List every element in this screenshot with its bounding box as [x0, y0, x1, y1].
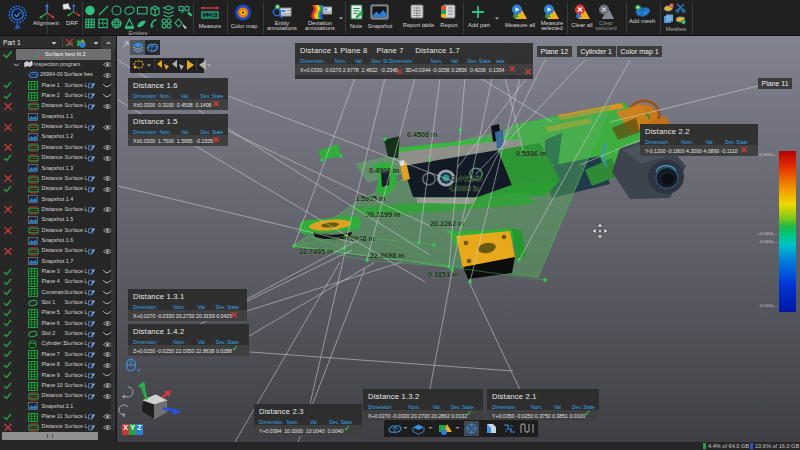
svg-text:22.7495 in: 22.7495 in: [299, 247, 333, 256]
svg-text:0.5936 in: 0.5936 in: [516, 149, 546, 158]
svg-text:20.2262 in: 20.2262 in: [430, 219, 464, 228]
svg-text:20.3199 in: 20.3199 in: [366, 210, 400, 219]
svg-text:0.4908 in: 0.4908 in: [369, 166, 399, 175]
svg-text:0.3851 in: 0.3851 in: [428, 270, 458, 279]
svg-text:+0.0300—: +0.0300—: [758, 231, 778, 236]
svg-text:?: ?: [137, 368, 141, 374]
svg-text:4.0890 in: 4.0890 in: [449, 184, 479, 193]
svg-text:1.5995 in: 1.5995 in: [355, 194, 385, 203]
svg-text:-0.1100—: -0.1100—: [759, 303, 778, 308]
svg-text:+0.2000—: +0.2000—: [758, 152, 778, 157]
svg-text:-0.0300—: -0.0300—: [759, 239, 778, 244]
